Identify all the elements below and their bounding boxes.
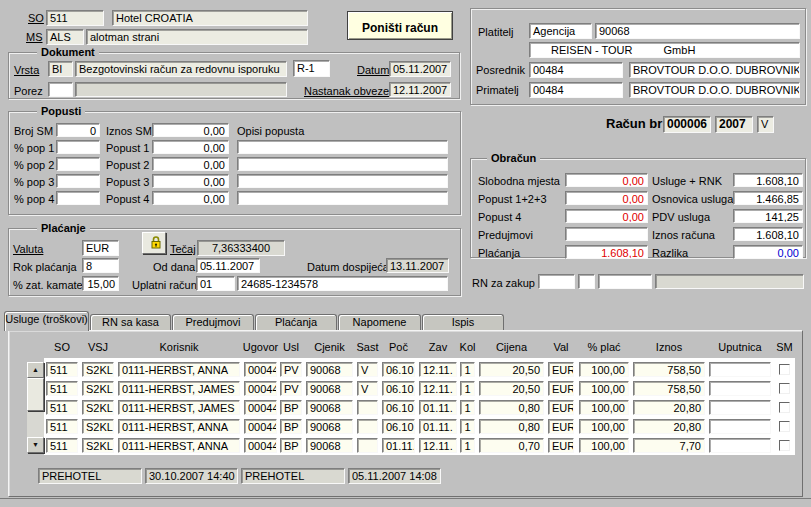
grid-cell-zav[interactable]: 01.11. <box>419 400 457 415</box>
grid-cell-kol[interactable]: 1 <box>460 381 475 396</box>
grid-cell-ugovor[interactable]: 00044 <box>244 381 277 396</box>
grid-cell-so[interactable]: 511 <box>46 400 78 415</box>
services-grid: SOVSJKorisnikUgovorUslCjenikSastPočZavKo… <box>0 0 811 507</box>
grid-scrollbar[interactable]: ▲ ▼ <box>27 362 44 453</box>
grid-cell-zav[interactable]: 01.11. <box>419 419 457 434</box>
grid-header-sm: SM <box>769 341 800 353</box>
grid-cell-usl[interactable]: PV <box>280 362 302 377</box>
grid-cell-plac[interactable]: 100,00 <box>579 381 629 396</box>
grid-cell-iznos[interactable]: 758,50 <box>633 362 705 377</box>
grid-cell-so[interactable]: 511 <box>46 381 78 396</box>
grid-cell-vsj[interactable]: S2KL <box>82 400 114 415</box>
grid-cell-cjenik[interactable]: 90068 <box>306 381 353 396</box>
grid-cell-vsj[interactable]: S2KL <box>82 419 114 434</box>
grid-cell-so[interactable]: 511 <box>46 419 78 434</box>
grid-cell-poc[interactable]: 06.10. <box>382 362 415 377</box>
scrollbar-thumb[interactable] <box>27 378 44 411</box>
grid-cell-so[interactable]: 511 <box>46 438 78 453</box>
grid-cell-cijena[interactable]: 0,70 <box>479 438 544 453</box>
grid-cell-cijena[interactable]: 20,50 <box>479 362 544 377</box>
grid-cell-korisnik[interactable]: 0111-HERBST, JAMES <box>118 381 240 396</box>
grid-cell-sm-checkbox[interactable] <box>779 383 790 394</box>
modified-at-field: 05.11.2007 14:08 <box>348 468 441 484</box>
grid-cell-plac[interactable]: 100,00 <box>579 400 629 415</box>
grid-cell-korisnik[interactable]: 0111-HERBST, ANNA <box>118 438 240 453</box>
grid-cell-cjenik[interactable]: 90068 <box>306 400 353 415</box>
grid-cell-usl[interactable]: BP <box>280 438 302 453</box>
grid-cell-sm-checkbox[interactable] <box>779 440 790 451</box>
grid-cell-poc[interactable]: 06.10. <box>382 400 415 415</box>
grid-cell-zav[interactable]: 12.11. <box>419 381 457 396</box>
grid-cell-ugovor[interactable]: 00044 <box>244 362 277 377</box>
grid-cell-sast[interactable] <box>357 419 378 434</box>
scroll-up-icon[interactable]: ▲ <box>27 362 44 378</box>
grid-cell-cijena[interactable]: 20,50 <box>479 381 544 396</box>
grid-cell-vsj[interactable]: S2KL <box>82 381 114 396</box>
grid-cell-iznos[interactable]: 20,80 <box>633 400 705 415</box>
grid-cell-iznos[interactable]: 7,70 <box>633 438 705 453</box>
grid-cell-cjenik[interactable]: 90068 <box>306 362 353 377</box>
grid-cell-cijena[interactable]: 0,80 <box>479 400 544 415</box>
grid-cell-uputnica[interactable] <box>709 400 771 415</box>
grid-cell-val[interactable]: EUR <box>548 362 574 377</box>
grid-cell-val[interactable]: EUR <box>548 381 574 396</box>
grid-cell-kol[interactable]: 1 <box>460 362 475 377</box>
grid-cell-kol[interactable]: 1 <box>460 419 475 434</box>
grid-cell-vsj[interactable]: S2KL <box>82 438 114 453</box>
grid-cell-ugovor[interactable]: 00044 <box>244 438 277 453</box>
modified-by-field: PREHOTEL <box>241 468 345 484</box>
grid-cell-sast[interactable]: V <box>357 362 378 377</box>
grid-cell-kol[interactable]: 1 <box>460 438 475 453</box>
grid-cell-uputnica[interactable] <box>709 438 771 453</box>
created-by-field: PREHOTEL <box>38 468 142 484</box>
grid-cell-korisnik[interactable]: 0111-HERBST, ANNA <box>118 419 240 434</box>
grid-cell-sm-checkbox[interactable] <box>779 364 790 375</box>
grid-cell-so[interactable]: 511 <box>46 362 78 377</box>
grid-cell-plac[interactable]: 100,00 <box>579 438 629 453</box>
grid-cell-uputnica[interactable] <box>709 362 771 377</box>
grid-cell-iznos[interactable]: 758,50 <box>633 381 705 396</box>
grid-cell-plac[interactable]: 100,00 <box>579 419 629 434</box>
invoice-form-window: { "colors": { "window_bg": "#c0c0c0", "n… <box>0 0 811 507</box>
grid-cell-korisnik[interactable]: 0111-HERBST, ANNA <box>118 362 240 377</box>
grid-cell-sm-checkbox[interactable] <box>779 402 790 413</box>
grid-cell-korisnik[interactable]: 0111-HERBST, JAMES <box>118 400 240 415</box>
grid-cell-poc[interactable]: 01.11. <box>382 438 415 453</box>
scroll-down-icon[interactable]: ▼ <box>27 437 44 453</box>
grid-cell-sm-checkbox[interactable] <box>779 421 790 432</box>
created-at-field: 30.10.2007 14:40 <box>145 468 238 484</box>
grid-cell-sast[interactable] <box>357 438 378 453</box>
grid-cell-val[interactable]: EUR <box>548 438 574 453</box>
grid-cell-usl[interactable]: BP <box>280 419 302 434</box>
grid-cell-sast[interactable]: V <box>357 381 378 396</box>
grid-cell-uputnica[interactable] <box>709 419 771 434</box>
grid-cell-ugovor[interactable]: 00044 <box>244 419 277 434</box>
grid-cell-sast[interactable] <box>357 400 378 415</box>
grid-cell-cjenik[interactable]: 90068 <box>306 438 353 453</box>
grid-header-korisnik: Korisnik <box>108 341 250 353</box>
grid-cell-poc[interactable]: 06.10. <box>382 381 415 396</box>
grid-cell-plac[interactable]: 100,00 <box>579 362 629 377</box>
grid-cell-val[interactable]: EUR <box>548 400 574 415</box>
grid-cell-val[interactable]: EUR <box>548 419 574 434</box>
grid-cell-iznos[interactable]: 20,80 <box>633 419 705 434</box>
grid-cell-usl[interactable]: PV <box>280 381 302 396</box>
grid-cell-zav[interactable]: 12.11. <box>419 438 457 453</box>
grid-cell-vsj[interactable]: S2KL <box>82 362 114 377</box>
grid-cell-cijena[interactable]: 0,80 <box>479 419 544 434</box>
grid-cell-uputnica[interactable] <box>709 381 771 396</box>
grid-cell-usl[interactable]: BP <box>280 400 302 415</box>
grid-cell-kol[interactable]: 1 <box>460 400 475 415</box>
grid-cell-poc[interactable]: 06.10. <box>382 419 415 434</box>
grid-cell-cjenik[interactable]: 90068 <box>306 419 353 434</box>
grid-cell-zav[interactable]: 12.11. <box>419 362 457 377</box>
grid-cell-ugovor[interactable]: 00044 <box>244 400 277 415</box>
